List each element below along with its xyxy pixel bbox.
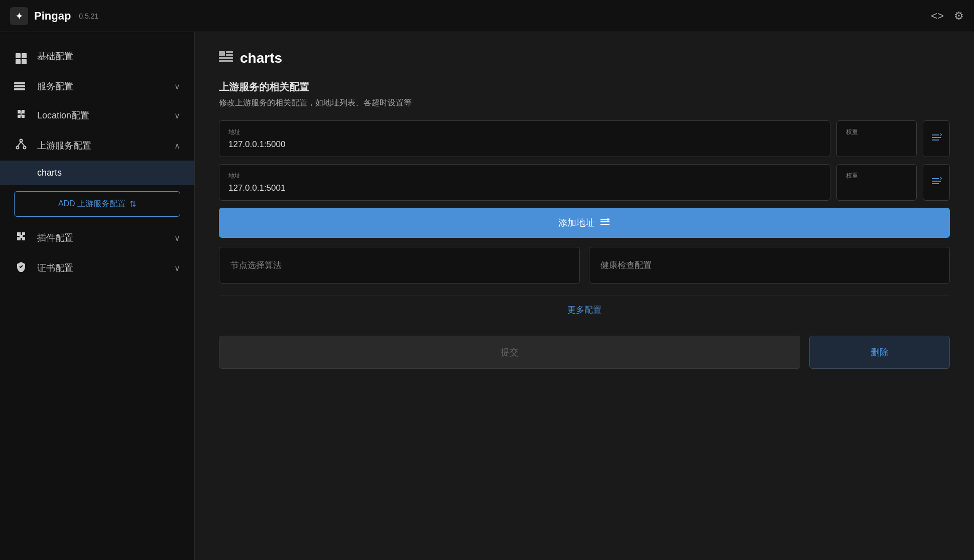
main-content: charts 上游服务的相关配置 修改上游服务的相关配置，如地址列表、各超时设置…: [195, 32, 974, 560]
topbar-right: <> ⚙: [931, 10, 964, 23]
chevron-down-icon: ∨: [174, 263, 180, 273]
sidebar-item-service-config[interactable]: 服务配置 ∨: [0, 72, 194, 100]
address-1-wrapper: 地址: [219, 120, 830, 157]
settings-icon[interactable]: ⚙: [954, 10, 964, 23]
layout: 基础配置 服务配置 ∨: [0, 32, 974, 560]
action-row: 提交 删除: [219, 336, 950, 369]
svg-rect-11: [219, 51, 225, 56]
delete-button-label: 删除: [871, 347, 889, 357]
svg-rect-2: [18, 115, 21, 118]
section-desc: 修改上游服务的相关配置，如地址列表、各超时设置等: [219, 98, 950, 108]
sidebar-item-plugin-config[interactable]: 插件配置 ∨: [0, 223, 194, 253]
health-check-box[interactable]: 健康检查配置: [589, 247, 950, 284]
addr-2-action-button[interactable]: ✕: [923, 164, 950, 201]
submit-button-label: 提交: [501, 347, 519, 357]
add-address-button-icon: [599, 217, 611, 229]
sidebar-item-upstream-config-label: 上游服务配置: [37, 139, 165, 152]
svg-rect-3: [22, 115, 25, 118]
chevron-up-icon: ∧: [174, 141, 180, 151]
svg-rect-12: [226, 51, 233, 53]
address-row-2: 地址 权重 ✕: [219, 164, 950, 201]
svg-rect-15: [219, 60, 233, 62]
page-title: charts: [240, 50, 282, 66]
addr-1-action-button[interactable]: ✕: [923, 120, 950, 157]
svg-point-8: [24, 147, 26, 149]
chevron-down-icon: ∨: [174, 233, 180, 243]
weight-1-wrapper: 权重: [836, 120, 917, 157]
app-logo-icon: ✦: [10, 7, 28, 25]
upstream-icon: [14, 138, 28, 153]
shield-icon: [14, 261, 28, 275]
address-2-wrapper: 地址: [219, 164, 830, 201]
weight-2-label: 权重: [846, 172, 907, 180]
add-upstream-button[interactable]: ADD 上游服务配置 ⇅: [14, 191, 180, 217]
delete-button[interactable]: 删除: [809, 336, 950, 369]
grid-icon: [14, 48, 28, 64]
sidebar-item-service-config-label: 服务配置: [37, 80, 165, 92]
addr-2-action-icon: ✕: [931, 177, 942, 188]
svg-line-10: [21, 142, 25, 147]
svg-text:✕: ✕: [939, 133, 942, 137]
more-config-link[interactable]: 更多配置: [219, 296, 950, 324]
sidebar-item-cert-config-label: 证书配置: [37, 262, 165, 274]
chevron-down-icon: ∨: [174, 82, 180, 91]
sidebar-item-upstream-config[interactable]: 上游服务配置 ∧: [0, 130, 194, 161]
svg-rect-14: [219, 57, 233, 59]
address-2-input[interactable]: [228, 183, 821, 193]
submit-button[interactable]: 提交: [219, 336, 800, 369]
address-2-label: 地址: [228, 172, 821, 180]
sidebar: 基础配置 服务配置 ∨: [0, 32, 195, 560]
svg-point-6: [20, 139, 23, 142]
sidebar-item-basic-config[interactable]: 基础配置: [0, 40, 194, 72]
add-address-button[interactable]: 添加地址: [219, 208, 950, 238]
address-1-input[interactable]: [228, 139, 821, 150]
svg-rect-13: [226, 54, 233, 56]
chevron-down-icon: ∨: [174, 111, 180, 120]
topbar: ✦ Pingap 0.5.21 <> ⚙: [0, 0, 974, 32]
server-icon: [14, 81, 28, 92]
add-address-button-label: 添加地址: [558, 217, 594, 229]
weight-2-input[interactable]: [846, 183, 907, 193]
page-header: charts: [219, 50, 950, 66]
topbar-left: ✦ Pingap 0.5.21: [10, 7, 98, 25]
location-icon: [14, 108, 28, 122]
config-boxes: 节点选择算法 健康检查配置: [219, 247, 950, 284]
svg-line-9: [18, 142, 21, 147]
more-config-label: 更多配置: [567, 305, 601, 315]
sidebar-item-location-config[interactable]: Location配置 ∨: [0, 100, 194, 130]
sidebar-item-cert-config[interactable]: 证书配置 ∨: [0, 253, 194, 283]
puzzle-icon: [14, 231, 28, 245]
app-name: Pingap: [34, 10, 71, 23]
weight-1-input[interactable]: [846, 139, 907, 150]
svg-rect-0: [18, 110, 21, 113]
address-1-label: 地址: [228, 128, 821, 136]
sidebar-item-location-config-label: Location配置: [37, 109, 165, 121]
weight-1-label: 权重: [846, 128, 907, 136]
svg-rect-1: [22, 110, 25, 113]
sidebar-subitem-charts[interactable]: charts: [0, 161, 194, 185]
code-icon[interactable]: <>: [931, 10, 944, 23]
sidebar-item-plugin-config-label: 插件配置: [37, 232, 165, 244]
add-upstream-button-icon: ⇅: [130, 199, 136, 209]
svg-point-7: [17, 147, 19, 149]
addr-1-action-icon: ✕: [931, 133, 942, 145]
node-algo-box[interactable]: 节点选择算法: [219, 247, 580, 284]
address-row-1: 地址 权重 ✕: [219, 120, 950, 157]
sidebar-subitem-charts-label: charts: [37, 168, 62, 178]
app-version: 0.5.21: [79, 12, 98, 20]
page-header-icon: [219, 51, 233, 65]
svg-text:✕: ✕: [939, 177, 942, 181]
add-upstream-button-label: ADD 上游服务配置: [58, 199, 126, 209]
sidebar-item-basic-config-label: 基础配置: [37, 50, 180, 62]
health-check-label: 健康检查配置: [600, 260, 652, 270]
section-title: 上游服务的相关配置: [219, 80, 950, 94]
weight-2-wrapper: 权重: [836, 164, 917, 201]
node-algo-label: 节点选择算法: [230, 260, 282, 270]
